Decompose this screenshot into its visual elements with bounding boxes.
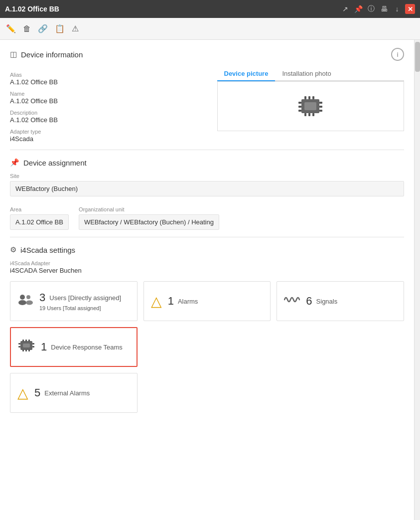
settings-icon: ⚙: [10, 245, 16, 254]
info-button[interactable]: i: [391, 48, 404, 61]
signals-stat-card[interactable]: 6 Signals: [277, 281, 404, 321]
drt-count: 1: [41, 341, 47, 353]
signals-card-content: 6 Signals: [306, 295, 337, 308]
svg-rect-23: [25, 349, 27, 351]
device-info-header: ◫ Device information i: [10, 48, 404, 61]
name-label: Name: [10, 91, 197, 97]
users-stat-top: 3 Users [Directly assigned]: [39, 291, 121, 304]
stats-row-1: 3 Users [Directly assigned] 19 Users [To…: [10, 281, 404, 321]
content-area: ◫ Device information i Alias A.1.02 Offi…: [0, 40, 414, 520]
alarms-icon: △: [151, 293, 162, 310]
svg-point-14: [20, 295, 25, 300]
users-card-content: 3 Users [Directly assigned] 19 Users [To…: [39, 291, 121, 311]
tab-device-picture[interactable]: Device picture: [217, 67, 276, 81]
edit-icon[interactable]: ✏️: [6, 24, 16, 33]
alias-value: A.1.02 Office BB: [10, 78, 197, 86]
svg-rect-2: [308, 96, 310, 99]
device-assignment-title: Device assignment: [23, 159, 87, 167]
alarms-stat-card[interactable]: △ 1 Alarms: [143, 281, 271, 321]
print-icon[interactable]: 🖶: [379, 4, 389, 14]
close-button[interactable]: ✕: [405, 4, 415, 14]
external-alarms-card[interactable]: △ 5 External Alarms: [10, 373, 138, 413]
svg-rect-11: [319, 106, 322, 108]
picture-tabs: Device picture Installation photo: [217, 67, 405, 81]
copy-icon[interactable]: 📋: [55, 24, 65, 33]
svg-point-16: [26, 295, 30, 299]
device-response-teams-content: 1 Device Response Teams: [41, 341, 123, 353]
toolbar: ✏️ 🗑 🔗 📋 ⚠: [0, 18, 420, 40]
svg-rect-7: [298, 102, 301, 104]
svg-rect-8: [298, 106, 301, 108]
ext-alarms-top: 5 External Alarms: [34, 386, 90, 399]
drt-label: Device Response Teams: [51, 344, 123, 351]
site-label: Site: [10, 173, 404, 179]
download-icon[interactable]: ↓: [392, 4, 402, 14]
svg-rect-4: [304, 113, 306, 116]
svg-rect-13: [304, 102, 316, 110]
scrollbar[interactable]: [414, 40, 420, 520]
delete-icon[interactable]: 🗑: [23, 24, 31, 33]
export-icon[interactable]: ↗: [340, 4, 350, 14]
link-icon[interactable]: 🔗: [38, 24, 48, 33]
alias-label: Alias: [10, 72, 197, 78]
svg-rect-29: [23, 344, 30, 347]
scrollbar-thumb[interactable]: [415, 42, 420, 72]
svg-rect-19: [22, 340, 24, 342]
tab-installation-photo[interactable]: Installation photo: [275, 67, 338, 81]
i4scada-adapter-label: i4Scada Adapter: [10, 260, 404, 266]
svg-rect-20: [25, 340, 27, 342]
users-icon: [17, 293, 33, 310]
stats-row-2: 1 Device Response Teams: [10, 327, 404, 367]
adapter-type-label: Adapter type: [10, 129, 197, 135]
description-label: Description: [10, 110, 197, 116]
window-title: A.1.02 Office BB: [5, 5, 59, 13]
svg-rect-6: [312, 113, 314, 116]
alarms-stat-top: 1 Alarms: [168, 295, 198, 308]
users-count: 3: [39, 291, 45, 304]
users-label: Users [Directly assigned]: [49, 294, 121, 302]
users-stat-card[interactable]: 3 Users [Directly assigned] 19 Users [To…: [10, 281, 138, 321]
alarms-count: 1: [168, 295, 174, 308]
signals-icon: [284, 294, 300, 308]
pin-icon[interactable]: 📌: [353, 4, 363, 14]
svg-rect-9: [298, 110, 301, 112]
drt-stat-top: 1 Device Response Teams: [41, 341, 123, 353]
org-unit-value: WEBfactory / WEBfactory (Buchen) / Heati…: [79, 214, 219, 230]
alert-icon[interactable]: ⚠: [72, 24, 79, 33]
svg-rect-21: [28, 340, 30, 342]
org-col: Organizational unit WEBfactory / WEBfact…: [79, 201, 219, 230]
i4scada-title: i4Scada settings: [20, 246, 75, 254]
svg-point-15: [18, 300, 26, 305]
signals-label: Signals: [316, 298, 338, 305]
title-bar-icons: ↗ 📌 ⓘ 🖶 ↓ ✕: [340, 4, 415, 14]
device-assignment-header: 📌 Device assignment: [10, 158, 404, 167]
svg-rect-25: [18, 343, 20, 345]
i4scada-adapter-value: i4SCADA Server Buchen: [10, 267, 404, 274]
site-value: WEBfactory (Buchen): [10, 181, 404, 196]
area-org-row: Area A.1.02 Office BB Organizational uni…: [10, 201, 404, 230]
i4scada-header: ⚙ i4Scada settings: [10, 245, 404, 254]
device-picture-area: Device picture Installation photo: [217, 67, 405, 143]
info-circle-icon[interactable]: ⓘ: [366, 4, 376, 14]
device-info-main: Alias A.1.02 Office BB Name A.1.02 Offic…: [10, 67, 404, 143]
svg-rect-27: [32, 343, 34, 345]
external-alarms-content: 5 External Alarms: [34, 386, 90, 399]
org-unit-label: Organizational unit: [79, 206, 219, 212]
alarms-card-content: 1 Alarms: [168, 295, 198, 308]
device-info-icon: ◫: [10, 50, 17, 59]
divider-2: [10, 237, 404, 237]
svg-rect-1: [304, 96, 306, 99]
location-icon: 📌: [10, 158, 19, 167]
svg-point-17: [26, 300, 33, 305]
svg-rect-26: [18, 346, 20, 347]
svg-rect-12: [319, 110, 322, 112]
svg-rect-24: [28, 349, 30, 351]
area-label: Area: [10, 206, 69, 212]
stats-row-3: △ 5 External Alarms: [10, 373, 404, 413]
device-response-teams-card[interactable]: 1 Device Response Teams: [10, 327, 138, 367]
signals-count: 6: [306, 295, 312, 308]
main-content: ◫ Device information i Alias A.1.02 Offi…: [0, 40, 420, 520]
area-value: A.1.02 Office BB: [10, 214, 69, 230]
external-alarms-label: External Alarms: [44, 389, 90, 397]
device-fields: Alias A.1.02 Office BB Name A.1.02 Offic…: [10, 67, 197, 143]
